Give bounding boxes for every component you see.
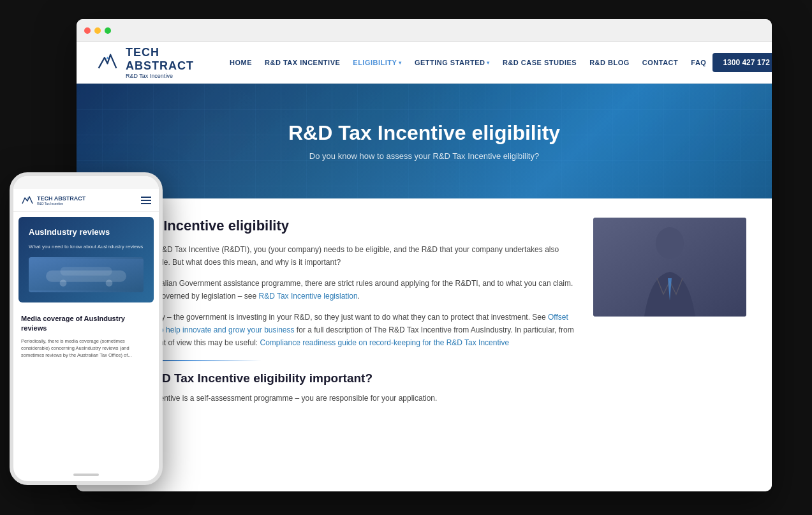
nav-home[interactable]: HOME <box>223 59 258 66</box>
logo-title: TECH ABSTRACT <box>126 46 223 73</box>
mobile-logo-text: TECH ABSTRACT R&D Tax Incentive <box>37 195 85 205</box>
legislation-link[interactable]: R&D Tax Incentive legislation <box>258 292 357 301</box>
svg-point-2 <box>656 227 684 259</box>
mobile-frame: TECH ABSTRACT R&D Tax Incentive AusIndus… <box>10 172 163 485</box>
screenshot-container: TECH ABSTRACT R&D Tax Incentive HOME R&D… <box>0 0 812 515</box>
section-para: The R&D Tax Incentive is a self-assessme… <box>102 392 574 405</box>
content-para-3: Think of it this way – the government is… <box>102 311 574 350</box>
svg-rect-6 <box>61 267 112 276</box>
mobile-card-subtitle: What you need to know about AusIndustry … <box>29 243 144 251</box>
nav-blog[interactable]: R&D BLOG <box>583 59 636 66</box>
content-right: KNOW THE RULES <box>593 218 746 466</box>
section-title: Why is R&D Tax Incentive eligibility imp… <box>102 371 574 385</box>
mobile-blog-section: Media coverage of AusIndustry reviews Pe… <box>13 308 159 366</box>
browser-chrome <box>77 19 772 42</box>
mobile-hero-card: AusIndustry reviews What you need to kno… <box>18 217 154 302</box>
mobile-status-bar <box>13 176 159 189</box>
browser-dot-red[interactable] <box>84 27 91 34</box>
mobile-logo-subtitle: R&D Tax Incentive <box>37 202 85 205</box>
mobile-card-image <box>29 257 144 292</box>
browser-window: TECH ABSTRACT R&D Tax Incentive HOME R&D… <box>77 19 772 491</box>
hero-title: R&D Tax Incentive eligibility <box>288 121 560 145</box>
browser-dot-yellow[interactable] <box>94 27 101 34</box>
content-para-1: To apply for the R&D Tax Incentive (R&DT… <box>102 243 574 269</box>
logo-area: TECH ABSTRACT R&D Tax Incentive <box>96 46 223 79</box>
phone-button[interactable]: 1300 427 172 <box>712 53 772 72</box>
nav-tax-incentive[interactable]: R&D TAX INCENTIVE <box>258 59 346 66</box>
nav-faq[interactable]: FAQ <box>684 59 712 66</box>
mobile-blog-title: Media coverage of AusIndustry reviews <box>21 314 151 334</box>
mobile-home-indicator <box>73 474 99 476</box>
browser-dot-green[interactable] <box>105 27 111 34</box>
mobile-card-title: AusIndustry reviews <box>29 227 144 238</box>
logo-text-group: TECH ABSTRACT R&D Tax Incentive <box>126 46 223 79</box>
eligibility-dropdown-icon: ▾ <box>399 60 402 66</box>
logo-subtitle: R&D Tax Incentive <box>126 73 223 79</box>
nav-links: HOME R&D TAX INCENTIVE ELIGIBILITY ▾ GET… <box>223 59 712 66</box>
content-left: R&D Tax Incentive eligibility To apply f… <box>102 218 574 466</box>
compliance-guide-link[interactable]: Compliance readiness guide on record-kee… <box>260 338 509 347</box>
mobile-nav: TECH ABSTRACT R&D Tax Incentive <box>13 189 159 212</box>
main-content: R&D Tax Incentive eligibility To apply f… <box>77 198 772 486</box>
svg-marker-0 <box>107 56 109 59</box>
mobile-hamburger-icon[interactable] <box>141 197 151 204</box>
svg-point-8 <box>106 280 113 287</box>
site-navigation: TECH ABSTRACT R&D Tax Incentive HOME R&D… <box>77 42 772 84</box>
mobile-logo-icon <box>21 195 34 206</box>
content-para-2: As with any Australian Government assist… <box>102 277 574 303</box>
nav-getting-started[interactable]: GETTING STARTED ▾ <box>408 59 496 66</box>
hero-subtitle: Do you know how to assess your R&D Tax I… <box>309 151 539 161</box>
person-background <box>593 218 746 317</box>
nav-case-studies[interactable]: R&D CASE STUDIES <box>496 59 583 66</box>
mobile-blog-text: Periodically, there is media coverage (s… <box>21 338 151 359</box>
nav-eligibility[interactable]: ELIGIBILITY ▾ <box>346 59 408 66</box>
hero-section: R&D Tax Incentive eligibility Do you kno… <box>77 84 772 198</box>
nav-contact[interactable]: CONTACT <box>636 59 684 66</box>
mobile-logo-area: TECH ABSTRACT R&D Tax Incentive <box>21 195 85 206</box>
know-rules-image: KNOW THE RULES <box>593 218 746 317</box>
mobile-logo-title: TECH ABSTRACT <box>37 195 85 202</box>
getting-started-dropdown-icon: ▾ <box>487 60 490 66</box>
logo-icon <box>96 52 119 74</box>
svg-marker-3 <box>27 197 28 198</box>
content-title: R&D Tax Incentive eligibility <box>102 218 574 234</box>
svg-point-7 <box>60 280 67 287</box>
mobile-phone-overlay: TECH ABSTRACT R&D Tax Incentive AusIndus… <box>10 172 163 485</box>
